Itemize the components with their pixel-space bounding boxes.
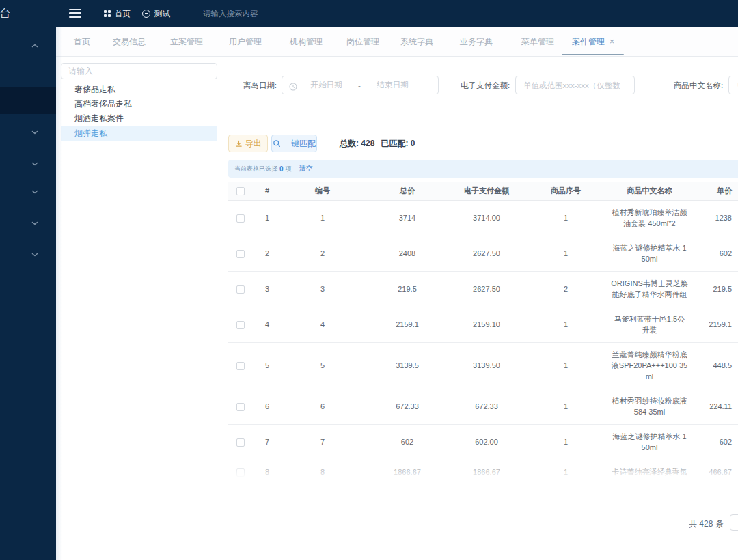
table-header-col-seq[interactable]: 商品序号 <box>522 182 610 200</box>
tab-9[interactable]: 案件管理× <box>572 27 614 56</box>
tab-label: 交易信息 <box>113 36 146 48</box>
date-filter-label: 离岛日期: <box>234 80 277 91</box>
table-header-col-price-unit[interactable]: 单价 <box>689 182 738 200</box>
sidebar-group-2-chevron-down-icon[interactable] <box>31 160 39 168</box>
tab-close-icon[interactable]: × <box>610 37 614 46</box>
row-checkbox[interactable] <box>236 468 245 477</box>
sidebar-group-0-chevron-up-icon[interactable] <box>31 42 39 50</box>
tab-6[interactable]: 系统字典 <box>400 27 433 56</box>
table-row[interactable]: 881866.671866.671卡诗菁纯亮泽经典香氛466.67 <box>228 460 738 481</box>
nav-test[interactable]: 测试 <box>142 0 170 27</box>
export-button[interactable]: 导出 <box>228 135 268 152</box>
date-range-picker[interactable]: 开始日期 - 结束日期 <box>282 76 439 94</box>
category-item-3[interactable]: 烟弹走私 <box>61 126 217 141</box>
match-button[interactable]: 一键匹配 <box>271 135 317 152</box>
cell: 3 <box>253 271 282 307</box>
category-search-input[interactable] <box>61 63 217 79</box>
category-item-0[interactable]: 奢侈品走私 <box>61 83 217 97</box>
amount-input[interactable] <box>515 76 635 94</box>
match-label: 一键匹配 <box>283 138 316 150</box>
tab-label: 业务字典 <box>460 36 493 48</box>
table-row[interactable]: 2224082627.501海蓝之谜修护精萃水 150ml602 <box>228 236 738 271</box>
sidebar-shadow <box>56 27 62 560</box>
selection-count: 0 <box>277 165 286 173</box>
table-body: 1137143714.001植村秀新琥珀臻萃洁颜油套装 450ml*21238 … <box>228 200 738 481</box>
row-checkbox[interactable] <box>236 321 245 329</box>
tab-0[interactable]: 首页 <box>74 27 90 56</box>
nav-home[interactable]: 首页 <box>104 0 131 27</box>
cell: 602 <box>364 424 451 460</box>
category-label: 烟弹走私 <box>74 128 107 138</box>
tab-3[interactable]: 用户管理 <box>229 27 262 56</box>
tab-4[interactable]: 机构管理 <box>290 27 323 56</box>
global-search-input[interactable]: 请输入搜索内容 <box>203 0 258 27</box>
row-checkbox[interactable] <box>236 214 245 223</box>
tab-2[interactable]: 立案管理 <box>170 27 203 56</box>
cell: 3139.50 <box>451 342 522 389</box>
product-name-input[interactable] <box>728 76 738 94</box>
cell: 1 <box>522 424 610 460</box>
cell: 3139.5 <box>364 342 451 389</box>
cell: 448.5 <box>689 342 738 389</box>
tab-label: 首页 <box>74 36 90 48</box>
cell: 兰蔻菁纯臻颜精华粉底液SPF20PA+++100 35ml <box>610 342 689 389</box>
date-separator: - <box>355 81 364 89</box>
table-header-col-name[interactable]: 商品中文名称 <box>610 182 689 200</box>
category-item-2[interactable]: 烟酒走私案件 <box>61 111 217 126</box>
select-all-checkbox[interactable] <box>236 187 245 195</box>
tab-8[interactable]: 菜单管理 <box>521 27 554 56</box>
cell: 1 <box>522 236 610 271</box>
hamburger-menu-icon[interactable] <box>69 9 81 18</box>
category-label: 高档奢侈品走私 <box>74 99 132 109</box>
pagination-total: 共 428 条 <box>689 518 724 530</box>
cell: 1 <box>282 200 364 236</box>
tab-5[interactable]: 岗位管理 <box>346 27 379 56</box>
table-header-col-pay[interactable]: 电子支付金额 <box>451 182 522 200</box>
row-checkbox[interactable] <box>236 250 245 258</box>
cell: 2 <box>253 236 282 271</box>
sidebar-group-4-chevron-down-icon[interactable] <box>31 219 39 227</box>
cell: 2159.1 <box>364 307 451 342</box>
cell: 2159.1 <box>689 307 738 342</box>
clear-selection-link[interactable]: 清空 <box>299 164 313 173</box>
table-header-col-id[interactable]: 编号 <box>282 182 364 200</box>
table-row[interactable]: 1137143714.001植村秀新琥珀臻萃洁颜油套装 450ml*21238 <box>228 200 738 236</box>
sidebar-active-item[interactable] <box>0 87 56 114</box>
cell: 4 <box>282 307 364 342</box>
table-row[interactable]: 66672.33672.331植村秀羽纱持妆粉底液 584 35ml224.11 <box>228 389 738 424</box>
table-row[interactable]: 77602602.001海蓝之谜修护精萃水 150ml602 <box>228 424 738 460</box>
sidebar-group-1-chevron-down-icon[interactable] <box>31 128 39 137</box>
tab-1[interactable]: 交易信息 <box>113 27 146 56</box>
row-checkbox[interactable] <box>236 438 245 447</box>
row-checkbox[interactable] <box>236 362 245 370</box>
row-checkbox[interactable] <box>236 403 245 411</box>
sidebar-group-5-chevron-down-icon[interactable] <box>31 251 39 259</box>
table-row[interactable]: 442159.12159.101马爹利蓝带干邑1.5公升装2159.1 <box>228 307 738 342</box>
cell: 1238 <box>689 200 738 236</box>
grid-icon <box>104 10 111 17</box>
cell: 3714 <box>364 200 451 236</box>
nav-home-label: 首页 <box>115 9 131 19</box>
cell: 卡诗菁纯亮泽经典香氛 <box>610 460 689 481</box>
page-size-select[interactable] <box>730 514 738 531</box>
row-checkbox[interactable] <box>236 285 245 294</box>
cell: 224.11 <box>689 389 738 424</box>
table-row[interactable]: 553139.53139.501兰蔻菁纯臻颜精华粉底液SPF20PA+++100… <box>228 342 738 389</box>
selection-suffix: 项 <box>286 165 292 173</box>
cell: 219.5 <box>364 271 451 307</box>
table-row[interactable]: 33219.52627.502ORIGINS韦博士灵芝焕能好底子精华水两件组21… <box>228 271 738 307</box>
cell: 5 <box>282 342 364 389</box>
product-table: #编号总价电子支付金额商品序号商品中文名称单价 1137143714.001植村… <box>228 182 738 481</box>
cell: 2159.10 <box>451 307 522 342</box>
minus-circle-icon <box>142 10 150 18</box>
sidebar-group-3-chevron-down-icon[interactable] <box>31 188 39 196</box>
cell: 219.5 <box>689 271 738 307</box>
tab-label: 系统字典 <box>400 36 433 48</box>
table-header-col-index[interactable]: # <box>253 182 282 200</box>
tab-7[interactable]: 业务字典 <box>460 27 493 56</box>
matched-value: 0 <box>411 139 415 148</box>
cell: 植村秀羽纱持妆粉底液 584 35ml <box>610 389 689 424</box>
table-header-col-total[interactable]: 总价 <box>364 182 451 200</box>
cell: 602 <box>689 424 738 460</box>
category-item-1[interactable]: 高档奢侈品走私 <box>61 97 217 111</box>
